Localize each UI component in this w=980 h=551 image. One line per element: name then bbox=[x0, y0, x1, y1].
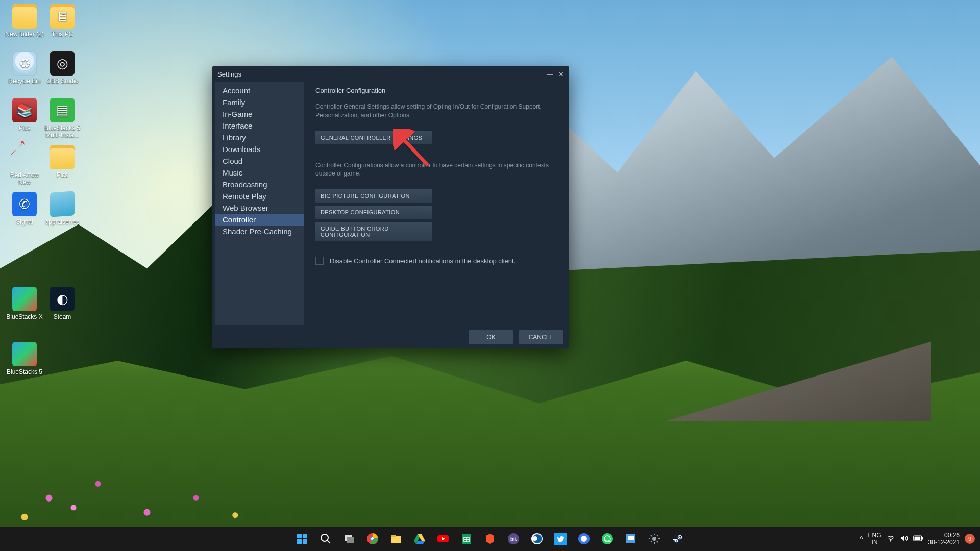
steam-icon[interactable] bbox=[668, 529, 688, 549]
svg-point-35 bbox=[672, 533, 683, 544]
sidebar-item-downloads[interactable]: Downloads bbox=[215, 143, 304, 155]
desktop-icon[interactable]: ▤BlueStacks 5 Multi-Insta... bbox=[42, 98, 83, 139]
whatsapp-icon[interactable] bbox=[597, 529, 618, 549]
close-icon[interactable]: ✕ bbox=[558, 70, 564, 78]
language-indicator[interactable]: ENG IN bbox=[868, 532, 881, 546]
chrome-icon[interactable] bbox=[362, 529, 383, 549]
svg-text:bit: bit bbox=[510, 536, 517, 542]
svg-point-31 bbox=[602, 533, 613, 544]
google-drive-icon[interactable] bbox=[409, 529, 430, 549]
svg-point-7 bbox=[321, 534, 328, 541]
svg-rect-3 bbox=[297, 534, 302, 538]
battery-icon[interactable] bbox=[913, 535, 923, 543]
settings-titlebar[interactable]: Settings — ✕ bbox=[212, 66, 569, 82]
taskbar: bit ^ ENG IN bbox=[0, 527, 980, 551]
signal-icon[interactable] bbox=[574, 529, 594, 549]
svg-rect-15 bbox=[391, 535, 396, 537]
svg-marker-41 bbox=[901, 535, 904, 541]
desktop-icon-glyph: ♻ bbox=[12, 51, 37, 76]
settings-sidebar: AccountFamilyIn-GameInterfaceLibraryDown… bbox=[215, 82, 304, 325]
sidebar-item-family[interactable]: Family bbox=[215, 96, 304, 108]
desktop-icon-label: Pics bbox=[57, 171, 68, 179]
desktop-icon[interactable]: New folder (2) bbox=[4, 4, 45, 38]
sidebar-item-library[interactable]: Library bbox=[215, 132, 304, 143]
desktop-icon-label: New folder (2) bbox=[5, 31, 43, 38]
desktop-icon-label: Steam bbox=[54, 313, 71, 320]
desktop-configuration-button[interactable]: DESKTOP CONFIGURATION bbox=[315, 206, 432, 219]
desktop-icon[interactable]: BlueStacks X bbox=[4, 287, 45, 320]
tray-overflow-icon[interactable]: ^ bbox=[860, 535, 863, 543]
sidebar-item-remote-play[interactable]: Remote Play bbox=[215, 190, 304, 202]
sidebar-item-broadcasting[interactable]: Broadcasting bbox=[215, 179, 304, 190]
svg-rect-6 bbox=[303, 539, 307, 544]
desktop-icon-label: BlueStacks 5 Multi-Insta... bbox=[42, 124, 83, 139]
desktop-icon-glyph bbox=[12, 145, 37, 169]
desktop-icon-glyph bbox=[12, 342, 37, 366]
language-line1: ENG bbox=[868, 532, 881, 539]
windows-settings-icon[interactable] bbox=[644, 529, 665, 549]
svg-point-37 bbox=[679, 537, 681, 538]
desktop-icon[interactable]: ◎OBS Studio bbox=[42, 51, 83, 85]
clock-time: 00:26 bbox=[928, 532, 960, 539]
settings-footer: OK CANCEL bbox=[212, 325, 569, 348]
volume-icon[interactable] bbox=[900, 534, 908, 544]
twitter-icon[interactable] bbox=[550, 529, 571, 549]
content-description-configs: Controller Configurations allow a contro… bbox=[315, 161, 554, 179]
sidebar-item-music[interactable]: Music bbox=[215, 167, 304, 179]
desktop-icon-glyph bbox=[50, 191, 75, 217]
app-icon[interactable] bbox=[621, 529, 641, 549]
desktop-icon-label: Pics bbox=[19, 124, 31, 132]
sidebar-item-web-browser[interactable]: Web Browser bbox=[215, 202, 304, 214]
desktop-icon[interactable]: ♻Recycle Bin bbox=[4, 51, 45, 85]
sidebar-item-cloud[interactable]: Cloud bbox=[215, 155, 304, 167]
guide-button-chord-configuration-button[interactable]: GUIDE BUTTON CHORD CONFIGURATION bbox=[315, 222, 432, 241]
settings-window: Settings — ✕ AccountFamilyIn-GameInterfa… bbox=[212, 66, 569, 348]
notification-count: 9 bbox=[968, 536, 971, 542]
general-controller-settings-button[interactable]: GENERAL CONTROLLER SETTINGS bbox=[315, 131, 432, 144]
ok-button[interactable]: OK bbox=[469, 330, 513, 344]
desktop-icon-glyph: 📚 bbox=[12, 98, 37, 122]
desktop-icon[interactable]: ✆Signal bbox=[4, 192, 45, 226]
clock[interactable]: 00:26 30-12-2021 bbox=[928, 532, 960, 546]
desktop-icon-glyph: ◐ bbox=[50, 287, 75, 311]
edge-icon[interactable] bbox=[527, 529, 547, 549]
search-icon[interactable] bbox=[315, 529, 336, 549]
cancel-button[interactable]: CANCEL bbox=[519, 330, 563, 344]
sidebar-item-shader-pre-caching[interactable]: Shader Pre-Caching bbox=[215, 226, 304, 237]
desktop-icon-label: appraiserres bbox=[45, 218, 80, 226]
desktop-icon[interactable]: appraiserres bbox=[42, 192, 83, 226]
content-heading: Controller Configuration bbox=[315, 87, 554, 94]
desktop-icon-label: Red Arrow New bbox=[4, 171, 45, 186]
desktop-icon[interactable]: Pics bbox=[42, 145, 83, 179]
settings-content: Controller Configuration Controller Gene… bbox=[304, 82, 569, 325]
google-sheets-icon[interactable] bbox=[456, 529, 477, 549]
notification-badge[interactable]: 9 bbox=[965, 534, 975, 544]
minimize-icon[interactable]: — bbox=[547, 70, 553, 78]
svg-rect-4 bbox=[303, 534, 307, 538]
disable-notifications-checkbox[interactable] bbox=[315, 257, 324, 265]
start-button[interactable] bbox=[292, 529, 312, 549]
task-view-icon[interactable] bbox=[339, 529, 359, 549]
youtube-icon[interactable] bbox=[433, 529, 453, 549]
divider bbox=[315, 153, 554, 153]
desktop-icon[interactable]: ◐Steam bbox=[42, 287, 83, 320]
desktop-icon-label: Recycle Bin bbox=[8, 78, 40, 85]
bittorrent-icon[interactable]: bit bbox=[503, 529, 524, 549]
desktop-icon-label: BlueStacks X bbox=[6, 313, 42, 320]
desktop-icon[interactable]: 🖥This PC bbox=[42, 4, 83, 38]
wifi-icon[interactable] bbox=[887, 534, 895, 544]
svg-rect-43 bbox=[922, 537, 923, 540]
svg-point-30 bbox=[581, 536, 587, 542]
desktop-icon[interactable]: BlueStacks 5 bbox=[4, 342, 45, 375]
file-explorer-icon[interactable] bbox=[386, 529, 406, 549]
sidebar-item-in-game[interactable]: In-Game bbox=[215, 108, 304, 120]
big-picture-configuration-button[interactable]: BIG PICTURE CONFIGURATION bbox=[315, 189, 432, 203]
brave-icon[interactable] bbox=[480, 529, 500, 549]
desktop-icon-glyph bbox=[50, 145, 75, 169]
sidebar-item-interface[interactable]: Interface bbox=[215, 120, 304, 132]
desktop-icon[interactable]: 📚Pics bbox=[4, 98, 45, 132]
sidebar-item-controller[interactable]: Controller bbox=[215, 214, 304, 226]
sidebar-item-account[interactable]: Account bbox=[215, 85, 304, 96]
content-description-general: Controller General Settings allow settin… bbox=[315, 103, 554, 120]
desktop-icon[interactable]: Red Arrow New bbox=[4, 145, 45, 186]
